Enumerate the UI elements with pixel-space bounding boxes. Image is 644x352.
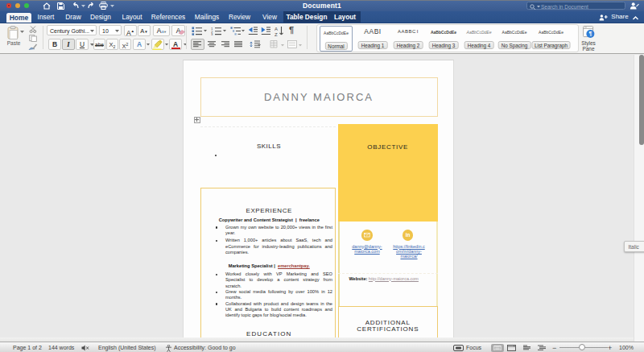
svg-text:A: A: [275, 27, 278, 31]
svg-text:Z: Z: [275, 32, 278, 36]
svg-text:3: 3: [211, 32, 213, 35]
svg-text:¶: ¶: [589, 31, 592, 37]
